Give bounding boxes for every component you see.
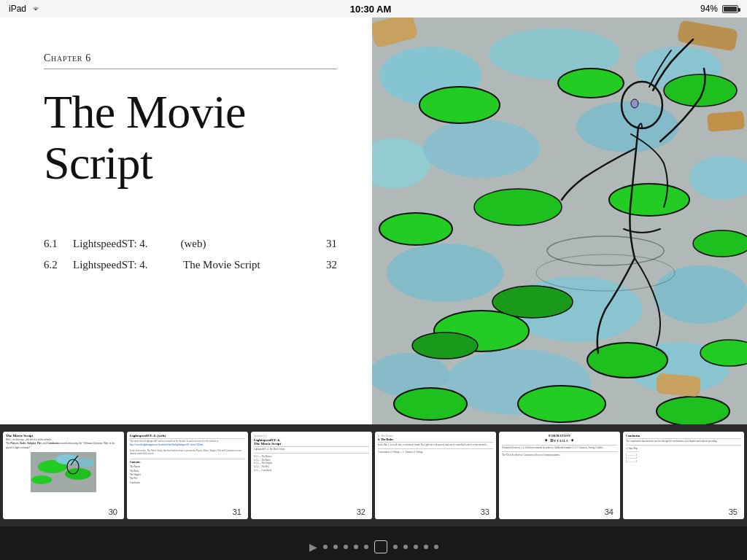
- svg-point-34: [631, 99, 638, 108]
- toc-title-2: The Movie Script: [175, 254, 315, 276]
- thumb-33-number: 33: [479, 508, 492, 516]
- svg-point-25: [518, 386, 605, 422]
- pagination-dot-7[interactable]: [393, 545, 398, 549]
- thumb-33-body: 6. The Rules 6. The Rules In the Rule 1,…: [375, 432, 496, 456]
- thumb-34-number: 34: [603, 508, 616, 516]
- thumb-33-content: 6. The Rules 6. The Rules In the Rule 1,…: [375, 432, 496, 519]
- toc-row-2[interactable]: 6.2 LightspeedST: 4. The Movie Script 32: [44, 254, 337, 276]
- svg-point-10: [653, 265, 747, 324]
- pagination-dot-6-active[interactable]: [374, 540, 387, 553]
- thumb-30-number: 30: [107, 508, 120, 516]
- thumb-30-content: The Movie Script Well…as they say…the de…: [3, 432, 124, 519]
- toc-num-2: 6.2: [44, 254, 73, 276]
- svg-point-15: [558, 69, 624, 98]
- battery-fill: [724, 7, 737, 12]
- svg-point-8: [387, 244, 503, 302]
- pagination-dot-4[interactable]: [354, 545, 358, 549]
- thumb-32-body: Section 6.2 LightspeedST: 4.The Movie Sc…: [251, 432, 372, 475]
- chapter-divider: [44, 69, 337, 69]
- status-bar: iPad 10:30 AM 94%: [0, 0, 747, 18]
- svg-point-28: [412, 332, 478, 359]
- toc-row-1[interactable]: 6.1 LightspeedST: 4. (web) 31: [44, 233, 337, 254]
- svg-point-19: [609, 184, 689, 216]
- svg-point-22: [587, 343, 667, 378]
- pagination-dot-5[interactable]: [364, 545, 368, 549]
- toc-title-1: (web): [175, 233, 315, 254]
- svg-point-20: [693, 230, 747, 257]
- thumbnail-strip: The Movie Script Well…as they say…the de…: [0, 424, 747, 526]
- status-left: iPad: [9, 4, 41, 14]
- thumbnail-page-31[interactable]: LightspeedST: 4. (web) The entire ebook …: [127, 432, 248, 519]
- thumb-30-body: Well…as they say…the devil is in the det…: [6, 438, 121, 450]
- pagination-dot-10[interactable]: [424, 545, 428, 549]
- thumb-35-content: Conclusion The complication that therefo…: [623, 432, 744, 519]
- pagination-dot-11[interactable]: [434, 545, 438, 549]
- thumb-34-content: Formation ✦ Details ✦ Formation Detail a…: [499, 432, 620, 519]
- thumb-30-heading: The Movie Script: [6, 434, 121, 438]
- wifi-icon: [31, 4, 41, 14]
- thumbnail-page-33[interactable]: 6. The Rules 6. The Rules In the Rule 1,…: [375, 432, 496, 519]
- toc-table: 6.1 LightspeedST: 4. (web) 31 6.2 Lights…: [44, 233, 337, 276]
- thumbnail-page-35[interactable]: Conclusion The complication that therefo…: [623, 432, 744, 519]
- svg-point-5: [423, 120, 540, 178]
- status-right: 94%: [700, 4, 738, 14]
- svg-point-26: [657, 397, 729, 424]
- toc-page-2: 32: [315, 254, 337, 276]
- thumb-30-illustration: [3, 452, 124, 492]
- left-page: Chapter 6 The Movie Script 6.1 Lightspee…: [0, 18, 372, 424]
- chapter-label: Chapter 6: [44, 52, 337, 64]
- toc-num-1: 6.1: [44, 233, 73, 254]
- battery-percent: 94%: [700, 4, 718, 14]
- svg-point-40: [31, 475, 52, 484]
- chapter-title: The Movie Script: [44, 87, 337, 190]
- svg-rect-31: [707, 111, 745, 132]
- thumb-31-number: 31: [231, 508, 244, 516]
- thumb-31-body: LightspeedST: 4. (web) The entire ebook …: [127, 432, 248, 487]
- status-time: 10:30 AM: [350, 4, 392, 15]
- thumbnail-page-30[interactable]: The Movie Script Well…as they say…the de…: [3, 432, 124, 519]
- svg-point-6: [576, 101, 678, 152]
- pagination-dot-3[interactable]: [344, 545, 348, 549]
- svg-point-14: [419, 87, 500, 123]
- ipad-label: iPad: [9, 4, 26, 14]
- battery-icon: [722, 5, 738, 13]
- illustration-svg: [372, 18, 747, 424]
- pagination: ▶: [0, 540, 747, 554]
- thumb-35-body: Conclusion The complication that therefo…: [623, 432, 744, 465]
- svg-point-16: [664, 74, 737, 106]
- toc-source-1: LightspeedST: 4.: [73, 233, 175, 254]
- thumb-32-content: Section 6.2 LightspeedST: 4.The Movie Sc…: [251, 432, 372, 519]
- thumb-31-content: LightspeedST: 4. (web) The entire ebook …: [127, 432, 248, 519]
- pagination-dot-2[interactable]: [333, 545, 338, 549]
- thumb-32-number: 32: [355, 508, 368, 516]
- svg-point-17: [379, 213, 452, 245]
- svg-rect-32: [656, 373, 701, 397]
- main-reading-area: Chapter 6 The Movie Script 6.1 Lightspee…: [0, 18, 747, 424]
- toc-source-2: LightspeedST: 4.: [73, 254, 175, 276]
- pagination-dot-8[interactable]: [403, 545, 408, 549]
- right-page-illustration: [372, 18, 747, 424]
- toc-page-1: 31: [315, 233, 337, 254]
- pagination-dot-1[interactable]: [323, 545, 328, 549]
- svg-point-42: [77, 459, 94, 467]
- pagination-dot-9[interactable]: [414, 545, 418, 549]
- prev-page-button[interactable]: ▶: [309, 541, 317, 553]
- thumb-34-body: Formation ✦ Details ✦ Formation Detail a…: [499, 432, 620, 459]
- thumbnail-page-32[interactable]: Section 6.2 LightspeedST: 4.The Movie Sc…: [251, 432, 372, 519]
- svg-point-24: [394, 388, 467, 420]
- svg-point-18: [474, 189, 562, 225]
- thumb-35-number: 35: [727, 508, 740, 516]
- thumbnail-page-34[interactable]: Formation ✦ Details ✦ Formation Detail a…: [499, 432, 620, 519]
- svg-point-27: [492, 286, 573, 318]
